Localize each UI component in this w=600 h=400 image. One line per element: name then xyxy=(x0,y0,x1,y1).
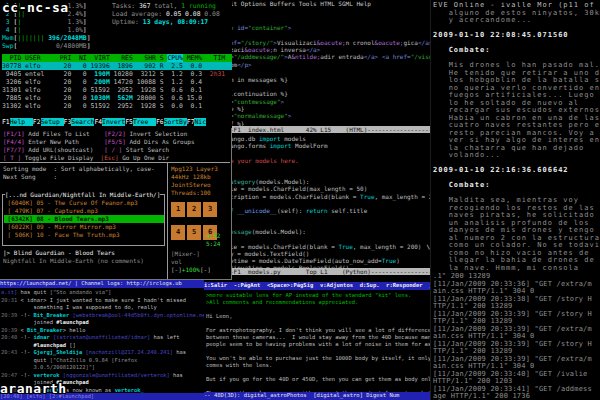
htop-terminal-pane[interactable]: 1 [| 1.3%] 2 [|| 2.4%] 3 [| 1.3%] 4 [| 1… xyxy=(0,0,232,128)
author-watermark: aranarth xyxy=(0,381,67,396)
mutt-message-body-line: You won't be able to purchase just the 1… xyxy=(206,355,430,362)
keypad-button-3[interactable]: 3 xyxy=(203,202,217,217)
htop-function-key-bar-line: F1Help F2Setup F3SearchF4InvertF5Tree F6… xyxy=(2,118,232,126)
mp3blaster-mixer-volume-line: [Mixer-] xyxy=(171,250,229,258)
emacs-python-buffer-line: le = models.CharField(max_length = 50) xyxy=(230,185,430,192)
mutt-message-body-line xyxy=(206,383,430,390)
htop-tasks-load-uptime-line: Tasks: 367 total, 1 running xyxy=(112,2,232,10)
emacs-html-buffer-line xyxy=(230,9,430,16)
mp3blaster-mixer-volume[interactable]: [Mixer-]vol[-]+100%[-] xyxy=(171,250,229,274)
htop-cpu-memory-meters-line: Mem[||||||| 396/2048MB] xyxy=(2,34,114,42)
mp3blaster-playlist[interactable]: [6040K] 05 - The Curse Of Feanor.mp3 [ 4… xyxy=(4,199,164,239)
mutt-message-body-line: But if you go for the 40D or 450D, then … xyxy=(206,376,430,383)
emacs-html-buffer-line: ="normalmessage"> xyxy=(230,112,430,119)
irssi-chat-log-line: something I was supposed to do, really xyxy=(1,304,204,312)
mutt-status-bar: -- 48D(3D): digital_astroPhotos [digital… xyxy=(204,392,430,400)
emacs-python-buffer-line: e your models here. xyxy=(230,157,430,164)
eve-journal-text-line: volando... xyxy=(433,152,600,160)
emacs-python-buffer-line: etime = models.DateTimeField(auto_now_ad… xyxy=(230,257,430,264)
emacs-python-buffer-line xyxy=(230,214,430,221)
column-separator xyxy=(430,0,431,400)
htop-function-key-bar[interactable]: F1Help F2Setup F3SearchF4InvertF5Tree F6… xyxy=(2,118,232,126)
emacs-python-buffer-line xyxy=(230,221,430,228)
emacs-python-buffer[interactable]: ango.db import modelsango.forms import M… xyxy=(230,135,430,268)
irssi-chat-log-line: 20:39 < Bit_Breaker> hello xyxy=(1,327,204,335)
mutt-terminal-pane[interactable]: i:Salir -:PágAnt <Space>:PágSig v:Adjunt… xyxy=(204,282,430,400)
mutt-message-body-line: >All comments and recommendations apprec… xyxy=(206,299,430,306)
mp3blaster-help-keys-line: [F1/1] Add Files To List [F2/2] Invert S… xyxy=(3,130,229,138)
keypad-button-5[interactable]: 5 xyxy=(187,225,201,240)
keypad-button-1[interactable]: 1 xyxy=(171,202,185,217)
mp3blaster-sort-status-line: Sorting mode : Sort alphabetically, case… xyxy=(3,165,167,173)
mutt-message-body-line xyxy=(206,306,430,313)
emacs-html-buffer[interactable]: v id="container">ef="/story/">Visualizac… xyxy=(230,9,430,126)
emacs-python-buffer-line xyxy=(230,171,430,178)
emacs-python-buffer-line: ango.forms import ModelForm xyxy=(230,142,430,149)
access-log-lines[interactable]: .1" 200 13289[11/Jan/2009 20:33:36] "GET… xyxy=(433,273,600,400)
mutt-message-body-line: Hi Leon, xyxy=(206,313,430,320)
htop-cpu-memory-meters-line: 4 [| 1.0%] xyxy=(2,26,114,34)
mp3blaster-terminal-pane[interactable]: [F1/1] Add Files To List [F2/2] Invert S… xyxy=(0,128,232,280)
emacs-html-buffer-line: e %} xyxy=(230,105,430,112)
emacs-python-buffer-line: ategory(models.Model): xyxy=(230,178,430,185)
emacs-html-buffer-line: ="contmessage"> xyxy=(230,98,430,105)
mutt-message-body-line xyxy=(206,348,430,355)
emacs-python-buffer-line: y = models.TextField() xyxy=(230,250,430,257)
emacs-python-buffer-line xyxy=(230,164,430,171)
emacs-minibuffer[interactable] xyxy=(230,275,430,282)
access-log-terminal-pane[interactable]: .1" 200 13289[11/Jan/2009 20:33:36] "GET… xyxy=(432,272,600,400)
mp3blaster-codec-info-line: 44kHz 128kb xyxy=(171,173,231,181)
emacs-html-buffer-line xyxy=(230,68,430,75)
mp3blaster-panel-divider xyxy=(167,162,168,279)
mutt-message-body-line xyxy=(206,369,430,376)
irssi-chat-log-line: 3.0.5/2008120122]"] xyxy=(1,364,204,372)
mutt-message-body[interactable]: >more suitable lens for AP instead of th… xyxy=(206,292,430,392)
htop-tasks-load-uptime-line: Uptime: 13 days, 08:09:17 xyxy=(112,18,232,26)
emacs-html-buffer-line: .continuation %} xyxy=(230,90,430,97)
emacs-menubar-items[interactable]: it Options Buffers Tools HTML SGML Help xyxy=(230,0,371,8)
eve-journal-text[interactable]: EVE Online - ivalle Mor (p11 of 15) algu… xyxy=(433,2,600,272)
access-log-lines-line: age HTTP/1.1" 200 1736 xyxy=(433,393,600,400)
mp3blaster-codec-info-line: JointStereo xyxy=(171,181,231,189)
mp3blaster-track-times-line: 4:52 xyxy=(206,232,230,240)
htop-process-table-line: 7885 elfo 20 0 1030M 562M 28000 S 0.6 15… xyxy=(2,94,232,102)
keypad-button-2[interactable]: 2 xyxy=(187,202,201,217)
emacs-terminal-pane[interactable]: it Options Buffers Tools HTML SGML Help … xyxy=(230,0,430,282)
emacs-menubar[interactable]: it Options Buffers Tools HTML SGML Help xyxy=(230,0,430,8)
mp3blaster-playlist-line: [6342K] 08 - Blood Tears.mp3 xyxy=(4,215,164,223)
mp3blaster-help-keys: [F1/1] Add Files To List [F2/2] Invert S… xyxy=(3,130,229,162)
mp3blaster-playlist-dir: [...nd Guardian/Nightfall In Middle-Eart… xyxy=(5,191,160,198)
eve-journal-text-line: y acercandome... xyxy=(433,17,600,25)
mutt-message-body-line: comes with the lens. xyxy=(206,362,430,369)
mp3blaster-playlist-box[interactable]: [...nd Guardian/Nightfall In Middle-Eart… xyxy=(2,194,165,246)
irssi-topic-bar: https://launchpad.net/ | Channel logs: h… xyxy=(0,280,204,288)
eve-journal-text-line: 2009-01-10 22:08:45.071560 xyxy=(433,32,600,40)
mutt-message-body-line xyxy=(206,320,430,327)
eve-journal-pager-pane[interactable]: EVE Online - ivalle Mor (p11 of 15) algu… xyxy=(432,0,600,272)
irssi-chat-log-line: joined #launchpad xyxy=(1,319,204,327)
mp3blaster-playlist-line: [ 479K] 07 - Captured.mp3 xyxy=(4,207,164,215)
irssi-chat-log[interactable]: a.it] has quit ["Sto andando via"]20:31 … xyxy=(1,289,204,394)
mp3blaster-now-playing-line: Nightfall In Middle-Earth (no comments) xyxy=(3,257,167,265)
htop-process-table[interactable]: PID USER PRI NI VIRT RES SHR S CPU% MEM%… xyxy=(2,54,232,110)
emacs-html-buffer-line xyxy=(230,83,430,90)
htop-process-table-line: 30778 elfo 20 0 19396 1896 902 R 2.5 0.0 xyxy=(2,62,232,70)
htop-process-table-line: 9405 entel 20 0 190M 10280 3212 S 1.2 0.… xyxy=(2,70,232,78)
eve-journal-text-line: Combate: xyxy=(433,47,600,55)
irssi-chat-log-line: quit ["ChatZilla 0.9.84 [Firefox xyxy=(1,357,204,365)
mutt-help-bar[interactable]: i:Salir -:PágAnt <Space>:PágSig v:Adjunt… xyxy=(204,282,430,290)
mp3blaster-mixer-volume-line: vol xyxy=(171,258,229,266)
emacs-python-buffer-line xyxy=(230,149,430,156)
emacs-python-buffer-line xyxy=(230,236,430,243)
mp3blaster-help-divider xyxy=(0,162,230,163)
mp3blaster-playlist-line: [ 506K] 10 - Face The Truth.mp3 xyxy=(4,231,164,239)
mutt-help-keys[interactable]: i:Salir -:PágAnt <Space>:PágSig v:Adjunt… xyxy=(204,282,430,289)
irssi-chat-log-line: #launchpad [] xyxy=(1,342,204,350)
emacs-html-buffer-line: om</p> xyxy=(230,61,430,68)
keypad-button-4[interactable]: 4 xyxy=(171,225,185,240)
emacs-html-buffer-line: v id="container"> xyxy=(230,24,430,31)
mutt-message-body-line: >more suitable lens for AP instead of th… xyxy=(206,292,430,299)
mp3blaster-codec-info: Mpg123 Layer344kHz 128kbJointStereoThrea… xyxy=(171,165,231,197)
emacs-html-buffer-line xyxy=(230,31,430,38)
mp3blaster-help-keys-line: [ T ] Toggle File Display [Esc] Go Up On… xyxy=(3,154,229,162)
